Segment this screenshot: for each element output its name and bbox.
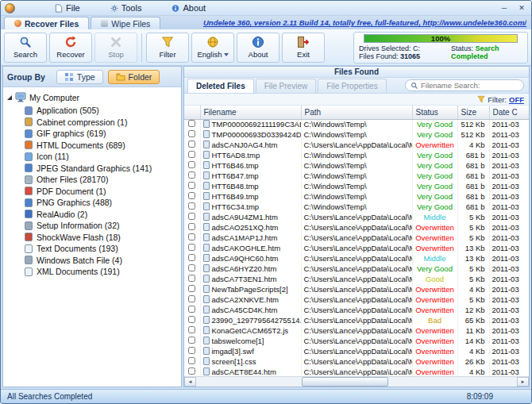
row-checkbox[interactable] — [188, 213, 195, 220]
language-button[interactable]: English — [191, 33, 234, 63]
col-filename[interactable]: Filename — [200, 106, 301, 119]
row-checkbox[interactable] — [188, 285, 195, 292]
minimize-button[interactable]: ─ — [499, 2, 510, 14]
cell-filename[interactable]: adsCA45CD4K.htm — [200, 305, 301, 315]
row-checkbox[interactable] — [188, 202, 195, 210]
file-row[interactable]: 23990_129779564275514...C:\Users\Lance\A… — [184, 315, 529, 325]
cell-filename[interactable]: TMP00000693D0339424D... — [200, 129, 301, 140]
tree-item[interactable]: Other Files (28170) — [6, 174, 179, 186]
filename-search-box[interactable] — [405, 79, 524, 91]
cell-filename[interactable]: adsCA9QHC60.htm — [200, 253, 301, 264]
row-checkbox[interactable] — [188, 275, 195, 282]
row-checkbox[interactable] — [188, 295, 195, 302]
scroll-left-icon[interactable]: ◄ — [184, 377, 196, 387]
tree-item[interactable]: Setup Information (32) — [6, 220, 179, 232]
cell-filename[interactable]: HTT6AD8.tmp — [200, 150, 301, 160]
file-row[interactable]: adsCA7T3EN1.htmC:\Users\Lance\AppData\Lo… — [184, 274, 529, 284]
scrollbar-thumb[interactable] — [302, 377, 388, 387]
scrollbar-track[interactable] — [196, 377, 517, 387]
row-checkbox[interactable] — [188, 192, 195, 199]
about-button[interactable]: About — [237, 33, 279, 63]
file-row[interactable]: HTT6B49.tmpC:\Windows\Temp\Very Good681 … — [184, 191, 529, 202]
file-row[interactable]: HTT6AD8.tmpC:\Windows\Temp\Very Good681 … — [184, 150, 529, 160]
group-by-type-button[interactable]: Type — [56, 70, 103, 84]
cell-filename[interactable]: adsCAKOGHLE.htm — [200, 243, 301, 253]
row-checkbox[interactable] — [188, 316, 195, 323]
file-row[interactable]: adsCA1MAP1J.htmC:\Users\Lance\AppData\Lo… — [184, 233, 529, 243]
tab-wipe-files[interactable]: Wipe Files — [91, 17, 160, 29]
search-button[interactable]: Search — [4, 33, 47, 63]
cell-filename[interactable]: adsCA6HYZ20.htm — [200, 264, 301, 274]
row-checkbox[interactable] — [188, 130, 195, 137]
tab-file-preview[interactable]: File Preview — [256, 79, 316, 93]
file-row[interactable]: TMP00000693D0339424D...C:\Windows\Temp\V… — [184, 129, 529, 140]
tree-item[interactable]: Windows Batch File (4) — [6, 255, 179, 267]
tree-expand-icon[interactable] — [7, 95, 12, 100]
menu-tools[interactable]: Tools — [106, 2, 147, 13]
tree-item[interactable]: ShockWave Flash (18) — [6, 232, 179, 244]
menu-file[interactable]: File — [50, 2, 85, 13]
cell-filename[interactable]: adsCA1MAP1J.htm — [200, 233, 301, 243]
cell-filename[interactable]: imgad[3].swf — [200, 346, 301, 356]
tree-item[interactable]: JPEG Standard Graphics (141) — [6, 163, 179, 175]
col-date[interactable]: Date C — [489, 106, 529, 119]
filename-search-input[interactable] — [421, 81, 519, 90]
close-button[interactable]: ✕ — [516, 2, 527, 14]
tree-item[interactable]: RealAudio (2) — [6, 209, 179, 221]
cell-filename[interactable]: KonaGetCACM65T2.js — [200, 325, 301, 336]
exit-button[interactable]: Exit — [282, 33, 325, 63]
cell-filename[interactable]: adsCA2XNKVE.htm — [200, 294, 301, 305]
group-by-folder-button[interactable]: Folder — [108, 70, 160, 84]
cell-filename[interactable]: adsCAET8E44.htm — [200, 367, 301, 376]
row-checkbox[interactable] — [188, 347, 195, 354]
tree-item[interactable]: Text Documents (193) — [6, 243, 179, 255]
file-row[interactable]: TMP00000692111199C3AB...C:\Windows\Temp\… — [184, 119, 529, 129]
file-row[interactable]: adsCAO251XQ.htmC:\Users\Lance\AppData\Lo… — [184, 222, 529, 233]
select-all-header[interactable] — [184, 106, 200, 119]
tree-item[interactable]: PNG Graphics (488) — [6, 197, 179, 209]
stop-button[interactable]: Stop — [94, 33, 137, 63]
file-row[interactable]: HTT6B47.tmpC:\Windows\Temp\Very Good681 … — [184, 171, 529, 181]
tree-item[interactable]: Cabinet compression (1) — [6, 117, 179, 129]
row-checkbox[interactable] — [188, 151, 195, 158]
row-checkbox[interactable] — [188, 171, 195, 179]
file-row[interactable]: adsCA9U4ZM1.htmC:\Users\Lance\AppData\Lo… — [184, 212, 529, 222]
file-row[interactable]: tabswelcome[1]C:\Users\Lance\AppData\Loc… — [184, 336, 529, 346]
tab-file-properties[interactable]: File Properties — [318, 79, 386, 93]
row-checkbox[interactable] — [188, 326, 195, 333]
cell-filename[interactable]: adsCANJ0AG4.htm — [200, 140, 301, 150]
file-row[interactable]: adsCA6HYZ20.htmC:\Users\Lance\AppData\Lo… — [184, 264, 529, 274]
tree-root-my-computer[interactable]: My Computer — [6, 91, 179, 105]
file-row[interactable]: NewTabPageScripts[2]C:\Users\Lance\AppDa… — [184, 284, 529, 294]
cell-filename[interactable]: HTT6B46.tmp — [200, 160, 301, 171]
file-row[interactable]: adsCA9QHC60.htmC:\Users\Lance\AppData\Lo… — [184, 253, 529, 264]
tab-deleted-files[interactable]: Deleted Files — [187, 79, 254, 93]
tree-item[interactable]: HTML Documents (689) — [6, 140, 179, 152]
row-checkbox[interactable] — [188, 120, 195, 127]
tree-item[interactable]: GIF graphics (619) — [6, 128, 179, 140]
filter-button[interactable]: Filter — [146, 33, 189, 63]
tab-recover-files[interactable]: Recover Files — [4, 17, 89, 29]
cell-filename[interactable]: adsCA7T3EN1.htm — [200, 274, 301, 284]
file-row[interactable]: HTT6B48.tmpC:\Windows\Temp\Very Good681 … — [184, 181, 529, 191]
recover-button[interactable]: Recover — [49, 33, 92, 63]
file-row[interactable]: adsCANJ0AG4.htmC:\Users\Lance\AppData\Lo… — [184, 140, 529, 150]
filter-toggle[interactable]: OFF — [509, 95, 524, 104]
row-checkbox[interactable] — [188, 233, 195, 240]
row-checkbox[interactable] — [188, 357, 195, 364]
tree-item[interactable]: Icon (11) — [6, 151, 179, 163]
file-row[interactable]: HTT6B46.tmpC:\Windows\Temp\Very Good681 … — [184, 160, 529, 171]
file-row[interactable]: imgad[3].swfC:\Users\Lance\AppData\Local… — [184, 346, 529, 356]
scroll-right-icon[interactable]: ► — [517, 377, 529, 387]
tree-item[interactable]: Application (505) — [6, 105, 179, 117]
menu-about[interactable]: About — [167, 2, 210, 13]
cell-filename[interactable]: TMP00000692111199C3AB... — [200, 119, 301, 129]
row-checkbox[interactable] — [188, 244, 195, 251]
row-checkbox[interactable] — [188, 223, 195, 230]
row-checkbox[interactable] — [188, 140, 195, 148]
col-size[interactable]: Size — [457, 106, 489, 119]
file-row[interactable]: adsCA2XNKVE.htmC:\Users\Lance\AppData\Lo… — [184, 294, 529, 305]
file-row[interactable]: HTT6C34.tmpC:\Windows\Temp\Very Good681 … — [184, 202, 529, 212]
file-row[interactable]: screen[1].cssC:\Users\Lance\AppData\Loca… — [184, 356, 529, 367]
cell-filename[interactable]: 23990_129779564275514... — [200, 315, 301, 325]
